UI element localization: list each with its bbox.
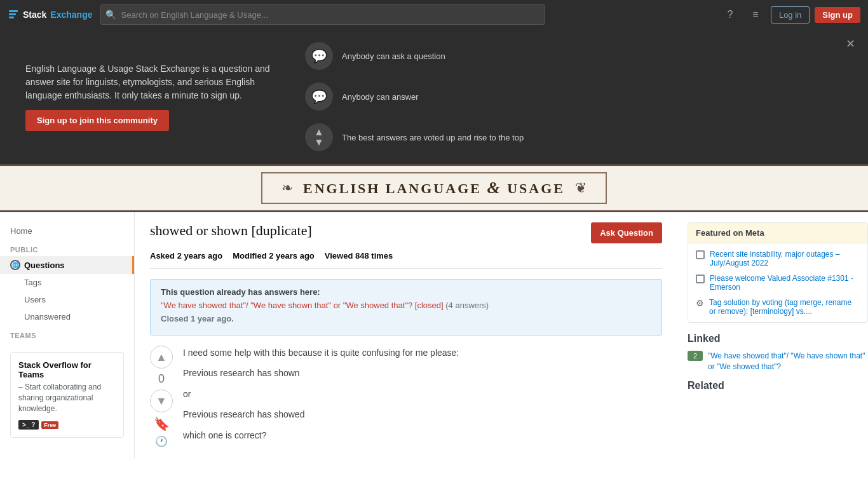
featured-meta-widget: Featured on Meta Recent site instability… xyxy=(688,222,868,323)
question-line5: which one is correct? xyxy=(183,428,662,442)
search-icon: 🔍 xyxy=(105,10,116,20)
sidebar-item-unanswered[interactable]: Unanswered xyxy=(0,308,134,325)
sidebar-public-label: PUBLIC xyxy=(0,240,134,256)
meta-icon-2 xyxy=(696,274,705,283)
login-button[interactable]: Log in xyxy=(771,6,810,24)
hero-close-button[interactable]: ✕ xyxy=(846,37,855,51)
main-layout: Home PUBLIC 🌐 Questions Tags Users Unans… xyxy=(0,212,868,459)
sidebar: Home PUBLIC 🌐 Questions Tags Users Unans… xyxy=(0,212,135,459)
answer-icon: 💬 xyxy=(305,83,333,111)
teams-preview: >_ ? Free xyxy=(18,420,116,430)
meta-item-2: Please welcome Valued Associate #1301 - … xyxy=(696,274,860,292)
topbar: StackExchange 🔍 ? ≡ Log in Sign up xyxy=(0,0,868,29)
featured-meta-body: Recent site instability, major outages –… xyxy=(688,243,867,322)
linked-item-1: 2 "We have showed that"/ "We have shown … xyxy=(688,351,868,372)
meta-link-1[interactable]: Recent site instability, major outages –… xyxy=(710,250,860,268)
duplicate-notice: This question already has answers here: … xyxy=(150,279,662,336)
fleur-left-icon: ❧ xyxy=(281,180,293,196)
sidebar-teams-label: TEAMS xyxy=(0,325,134,342)
search-bar: 🔍 xyxy=(100,4,545,25)
closed-notice: Closed 1 year ago. xyxy=(161,314,651,323)
site-title-box: ❧ ENGLISH LANGUAGE & USAGE ❦ xyxy=(261,172,607,204)
logo-stack: Stack xyxy=(23,10,46,20)
site-logo[interactable]: StackExchange xyxy=(8,9,93,20)
teams-title: Stack Overflow for Teams xyxy=(18,360,116,379)
meta-icon-1 xyxy=(696,250,705,259)
feature-ask: 💬 Anybody can ask a question xyxy=(305,42,524,70)
topbar-right: ? ≡ Log in Sign up xyxy=(720,4,860,25)
hero-features: 💬 Anybody can ask a question 💬 Anybody c… xyxy=(305,42,524,151)
hero-banner: ✕ English Language & Usage Stack Exchang… xyxy=(0,29,868,164)
duplicate-title: This question already has answers here: xyxy=(161,287,651,297)
teams-desc: – Start collaborating and sharing organi… xyxy=(18,382,116,414)
signup-button[interactable]: Sign up xyxy=(815,7,860,23)
history-button[interactable]: 🕐 xyxy=(155,435,168,447)
globe-icon: 🌐 xyxy=(10,260,20,270)
question-line2: Previous research has shown xyxy=(183,366,662,380)
help-icon-button[interactable]: ? xyxy=(720,4,740,25)
related-section-title: Related xyxy=(688,380,868,391)
meta-special-icon: ⚙ xyxy=(696,298,704,308)
meta-item-3: ⚙ Tag solution by voting (tag merge, ren… xyxy=(696,298,860,316)
question-line1: I need some help with this because it is… xyxy=(183,346,662,360)
featured-meta-header: Featured on Meta xyxy=(688,223,867,243)
viewed-meta: Viewed 848 times xyxy=(325,251,393,261)
question-meta: Asked 2 years ago Modified 2 years ago V… xyxy=(150,251,662,269)
feature-ask-label: Anybody can ask a question xyxy=(342,51,445,61)
site-title: ENGLISH LANGUAGE & USAGE xyxy=(303,179,565,198)
asked-meta: Asked 2 years ago xyxy=(150,251,222,261)
linked-link-1[interactable]: "We have showed that"/ "We have shown th… xyxy=(708,351,868,372)
right-sidebar: Featured on Meta Recent site instability… xyxy=(677,212,868,459)
main-content: showed or shown [duplicate] Ask Question… xyxy=(135,212,677,459)
meta-link-2[interactable]: Please welcome Valued Associate #1301 - … xyxy=(710,274,860,292)
sidebar-item-questions[interactable]: 🌐 Questions xyxy=(0,256,134,274)
vote-down-button[interactable]: ▼ xyxy=(150,390,173,412)
questions-label: Questions xyxy=(24,261,65,270)
question-text: I need some help with this because it is… xyxy=(183,346,662,449)
teams-box: Stack Overflow for Teams – Start collabo… xyxy=(10,352,124,438)
unanswered-label: Unanswered xyxy=(24,312,71,322)
fleur-right-icon: ❦ xyxy=(575,180,587,196)
feature-vote: ▲ ▼ The best answers are voted up and ri… xyxy=(305,123,524,151)
feature-answer: 💬 Anybody can answer xyxy=(305,83,524,111)
linked-section-title: Linked xyxy=(688,333,868,344)
duplicate-link[interactable]: "We have showed that"/ "We have shown th… xyxy=(161,301,444,310)
ask-question-button[interactable]: Ask Question xyxy=(591,222,662,243)
vote-column: ▲ 0 ▼ 🔖 🕐 xyxy=(150,346,173,449)
modified-meta: Modified 2 years ago xyxy=(233,251,315,261)
feature-answer-label: Anybody can answer xyxy=(342,92,419,102)
sidebar-item-users[interactable]: Users xyxy=(0,291,134,308)
home-label: Home xyxy=(10,226,32,236)
meta-link-3[interactable]: Tag solution by voting (tag merge, renam… xyxy=(709,298,860,316)
tags-label: Tags xyxy=(24,278,41,287)
free-badge: Free xyxy=(41,421,58,429)
sidebar-item-tags[interactable]: Tags xyxy=(0,274,134,291)
hero-description: English Language & Usage Stack Exchange … xyxy=(25,62,280,102)
logo-icon xyxy=(8,9,19,20)
vote-count: 0 xyxy=(158,372,165,386)
search-input[interactable] xyxy=(100,4,545,25)
question-header: showed or shown [duplicate] Ask Question xyxy=(150,222,662,243)
inbox-icon-button[interactable]: ≡ xyxy=(745,4,766,25)
logo-exchange: Exchange xyxy=(50,10,92,20)
question-line4: Previous research has showed xyxy=(183,407,662,421)
bookmark-button[interactable]: 🔖 xyxy=(154,416,170,431)
hero-text: English Language & Usage Stack Exchange … xyxy=(25,62,280,131)
duplicate-answers: (4 answers) xyxy=(445,301,489,310)
join-community-button[interactable]: Sign up to join this community xyxy=(25,110,169,131)
vote-up-button[interactable]: ▲ xyxy=(150,346,173,369)
question-line3: or xyxy=(183,387,662,401)
teams-badge: >_ ? xyxy=(18,420,39,430)
question-title: showed or shown [duplicate] xyxy=(150,222,312,239)
site-header: ❧ ENGLISH LANGUAGE & USAGE ❦ xyxy=(0,164,868,212)
feature-vote-label: The best answers are voted up and rise t… xyxy=(342,133,524,142)
question-body: ▲ 0 ▼ 🔖 🕐 I need some help with this bec… xyxy=(150,346,662,449)
sidebar-item-home[interactable]: Home xyxy=(0,222,134,240)
linked-score-1: 2 xyxy=(688,351,703,361)
vote-icon: ▲ ▼ xyxy=(305,123,333,151)
users-label: Users xyxy=(24,295,46,304)
ask-icon: 💬 xyxy=(305,42,333,70)
meta-item-1: Recent site instability, major outages –… xyxy=(696,250,860,268)
